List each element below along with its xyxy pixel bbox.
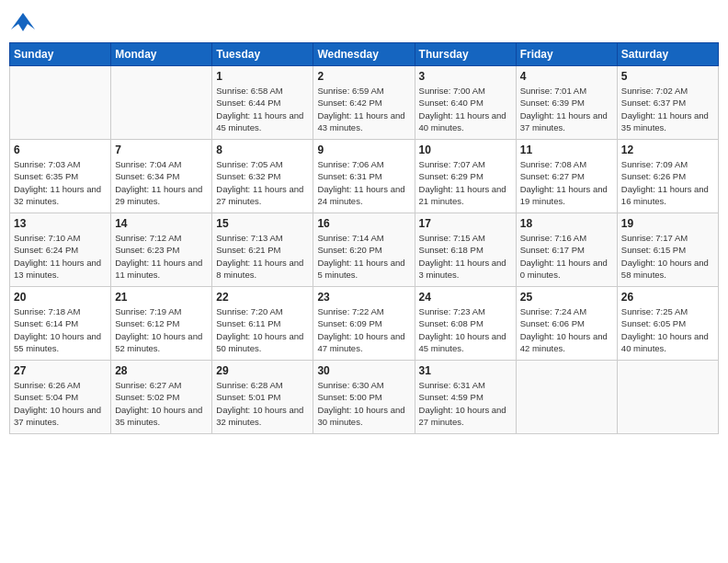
- calendar-cell: 4Sunrise: 7:01 AM Sunset: 6:39 PM Daylig…: [516, 66, 617, 140]
- day-number: 3: [419, 70, 512, 83]
- day-info: Sunrise: 7:01 AM Sunset: 6:39 PM Dayligh…: [520, 85, 613, 133]
- calendar-cell: 18Sunrise: 7:16 AM Sunset: 6:17 PM Dayli…: [516, 213, 617, 287]
- day-number: 1: [216, 70, 309, 83]
- day-info: Sunrise: 7:15 AM Sunset: 6:18 PM Dayligh…: [419, 232, 512, 281]
- day-info: Sunrise: 7:00 AM Sunset: 6:40 PM Dayligh…: [419, 85, 512, 133]
- calendar-cell: 22Sunrise: 7:20 AM Sunset: 6:11 PM Dayli…: [212, 287, 313, 361]
- day-number: 15: [216, 217, 309, 230]
- calendar-week-4: 20Sunrise: 7:18 AM Sunset: 6:14 PM Dayli…: [10, 287, 719, 361]
- calendar-cell: 5Sunrise: 7:02 AM Sunset: 6:37 PM Daylig…: [617, 66, 718, 140]
- calendar-week-2: 6Sunrise: 7:03 AM Sunset: 6:35 PM Daylig…: [10, 140, 719, 213]
- day-info: Sunrise: 7:23 AM Sunset: 6:08 PM Dayligh…: [419, 305, 512, 354]
- calendar-cell: 1Sunrise: 6:58 AM Sunset: 6:44 PM Daylig…: [212, 66, 313, 140]
- day-number: 31: [419, 364, 512, 377]
- calendar-cell: 17Sunrise: 7:15 AM Sunset: 6:18 PM Dayli…: [415, 213, 516, 287]
- day-number: 30: [317, 364, 410, 377]
- day-info: Sunrise: 7:22 AM Sunset: 6:09 PM Dayligh…: [317, 305, 410, 354]
- weekday-header-tuesday: Tuesday: [212, 43, 313, 66]
- day-info: Sunrise: 7:16 AM Sunset: 6:17 PM Dayligh…: [520, 232, 613, 281]
- calendar-week-3: 13Sunrise: 7:10 AM Sunset: 6:24 PM Dayli…: [10, 213, 719, 287]
- day-number: 28: [115, 364, 208, 377]
- calendar-cell: 28Sunrise: 6:27 AM Sunset: 5:02 PM Dayli…: [111, 361, 212, 434]
- day-info: Sunrise: 7:17 AM Sunset: 6:15 PM Dayligh…: [621, 232, 714, 281]
- day-info: Sunrise: 7:12 AM Sunset: 6:23 PM Dayligh…: [115, 232, 208, 281]
- calendar-cell: 30Sunrise: 6:30 AM Sunset: 5:00 PM Dayli…: [313, 361, 415, 434]
- calendar-cell: 14Sunrise: 7:12 AM Sunset: 6:23 PM Dayli…: [111, 213, 212, 287]
- day-info: Sunrise: 6:58 AM Sunset: 6:44 PM Dayligh…: [216, 85, 309, 133]
- day-info: Sunrise: 7:10 AM Sunset: 6:24 PM Dayligh…: [14, 232, 107, 281]
- page-header: [9, 9, 719, 35]
- day-number: 22: [216, 291, 309, 304]
- calendar-cell: 26Sunrise: 7:25 AM Sunset: 6:05 PM Dayli…: [617, 287, 718, 361]
- day-number: 19: [621, 217, 714, 230]
- day-info: Sunrise: 6:28 AM Sunset: 5:01 PM Dayligh…: [216, 379, 309, 428]
- calendar-cell: 3Sunrise: 7:00 AM Sunset: 6:40 PM Daylig…: [415, 66, 516, 140]
- day-number: 16: [317, 217, 410, 230]
- day-info: Sunrise: 7:14 AM Sunset: 6:20 PM Dayligh…: [317, 232, 410, 281]
- day-info: Sunrise: 7:08 AM Sunset: 6:27 PM Dayligh…: [520, 158, 613, 207]
- weekday-header-wednesday: Wednesday: [313, 43, 415, 66]
- day-info: Sunrise: 7:06 AM Sunset: 6:31 PM Dayligh…: [317, 158, 410, 207]
- day-info: Sunrise: 7:20 AM Sunset: 6:11 PM Dayligh…: [216, 305, 309, 354]
- calendar-cell: 29Sunrise: 6:28 AM Sunset: 5:01 PM Dayli…: [212, 361, 313, 434]
- day-info: Sunrise: 7:25 AM Sunset: 6:05 PM Dayligh…: [621, 305, 714, 354]
- calendar-cell: 10Sunrise: 7:07 AM Sunset: 6:29 PM Dayli…: [415, 140, 516, 213]
- day-number: 5: [621, 70, 714, 83]
- calendar-cell: [111, 66, 212, 140]
- calendar-cell: 23Sunrise: 7:22 AM Sunset: 6:09 PM Dayli…: [313, 287, 415, 361]
- calendar-cell: 2Sunrise: 6:59 AM Sunset: 6:42 PM Daylig…: [313, 66, 415, 140]
- day-number: 6: [14, 144, 107, 156]
- day-info: Sunrise: 6:59 AM Sunset: 6:42 PM Dayligh…: [317, 85, 410, 133]
- day-info: Sunrise: 6:30 AM Sunset: 5:00 PM Dayligh…: [317, 379, 410, 428]
- day-number: 27: [14, 364, 107, 377]
- calendar-cell: [10, 66, 111, 140]
- day-number: 20: [14, 291, 107, 304]
- calendar-cell: 20Sunrise: 7:18 AM Sunset: 6:14 PM Dayli…: [10, 287, 111, 361]
- calendar-cell: 12Sunrise: 7:09 AM Sunset: 6:26 PM Dayli…: [617, 140, 718, 213]
- day-number: 8: [216, 144, 309, 156]
- logo: [9, 9, 40, 35]
- weekday-header-saturday: Saturday: [617, 43, 718, 66]
- calendar-cell: 15Sunrise: 7:13 AM Sunset: 6:21 PM Dayli…: [212, 213, 313, 287]
- day-number: 9: [317, 144, 410, 156]
- day-number: 23: [317, 291, 410, 304]
- calendar-cell: 24Sunrise: 7:23 AM Sunset: 6:08 PM Dayli…: [415, 287, 516, 361]
- day-info: Sunrise: 6:27 AM Sunset: 5:02 PM Dayligh…: [115, 379, 208, 428]
- calendar-cell: 6Sunrise: 7:03 AM Sunset: 6:35 PM Daylig…: [10, 140, 111, 213]
- calendar-cell: [617, 361, 718, 434]
- day-number: 26: [621, 291, 714, 304]
- calendar-cell: 16Sunrise: 7:14 AM Sunset: 6:20 PM Dayli…: [313, 213, 415, 287]
- day-number: 29: [216, 364, 309, 377]
- day-number: 12: [621, 144, 714, 156]
- day-number: 10: [419, 144, 512, 156]
- day-info: Sunrise: 7:05 AM Sunset: 6:32 PM Dayligh…: [216, 158, 309, 207]
- day-info: Sunrise: 7:13 AM Sunset: 6:21 PM Dayligh…: [216, 232, 309, 281]
- logo-icon: [9, 9, 37, 35]
- day-info: Sunrise: 6:31 AM Sunset: 4:59 PM Dayligh…: [419, 379, 512, 428]
- day-number: 24: [419, 291, 512, 304]
- calendar-cell: 25Sunrise: 7:24 AM Sunset: 6:06 PM Dayli…: [516, 287, 617, 361]
- day-info: Sunrise: 7:03 AM Sunset: 6:35 PM Dayligh…: [14, 158, 107, 207]
- day-info: Sunrise: 7:18 AM Sunset: 6:14 PM Dayligh…: [14, 305, 107, 354]
- day-number: 13: [14, 217, 107, 230]
- weekday-header-sunday: Sunday: [10, 43, 111, 66]
- day-info: Sunrise: 7:19 AM Sunset: 6:12 PM Dayligh…: [115, 305, 208, 354]
- calendar-table: SundayMondayTuesdayWednesdayThursdayFrid…: [9, 42, 719, 434]
- day-info: Sunrise: 7:24 AM Sunset: 6:06 PM Dayligh…: [520, 305, 613, 354]
- weekday-header-monday: Monday: [111, 43, 212, 66]
- calendar-cell: 21Sunrise: 7:19 AM Sunset: 6:12 PM Dayli…: [111, 287, 212, 361]
- day-info: Sunrise: 6:26 AM Sunset: 5:04 PM Dayligh…: [14, 379, 107, 428]
- calendar-cell: [516, 361, 617, 434]
- weekday-header-thursday: Thursday: [415, 43, 516, 66]
- day-info: Sunrise: 7:02 AM Sunset: 6:37 PM Dayligh…: [621, 85, 714, 133]
- calendar-week-1: 1Sunrise: 6:58 AM Sunset: 6:44 PM Daylig…: [10, 66, 719, 140]
- day-number: 25: [520, 291, 613, 304]
- day-number: 2: [317, 70, 410, 83]
- calendar-cell: 31Sunrise: 6:31 AM Sunset: 4:59 PM Dayli…: [415, 361, 516, 434]
- calendar-cell: 7Sunrise: 7:04 AM Sunset: 6:34 PM Daylig…: [111, 140, 212, 213]
- day-number: 11: [520, 144, 613, 156]
- day-info: Sunrise: 7:09 AM Sunset: 6:26 PM Dayligh…: [621, 158, 714, 207]
- calendar-cell: 9Sunrise: 7:06 AM Sunset: 6:31 PM Daylig…: [313, 140, 415, 213]
- calendar-cell: 11Sunrise: 7:08 AM Sunset: 6:27 PM Dayli…: [516, 140, 617, 213]
- day-number: 17: [419, 217, 512, 230]
